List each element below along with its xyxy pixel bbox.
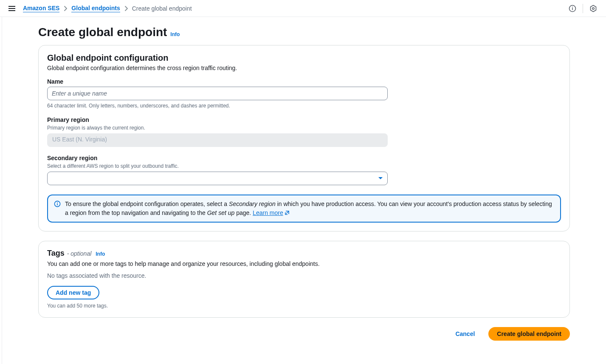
chevron-right-icon: [124, 6, 128, 11]
secondary-region-sub: Select a different AWS region to split y…: [47, 163, 388, 169]
page-title-row: Create global endpoint Info: [38, 25, 570, 39]
tags-title-row: Tags - optional Info: [47, 249, 561, 260]
primary-region-field: Primary region Primary region is always …: [47, 116, 388, 147]
external-link-icon: [284, 210, 290, 216]
cancel-button[interactable]: Cancel: [448, 327, 482, 341]
svg-rect-1: [572, 8, 573, 10]
menu-toggle-icon[interactable]: [7, 4, 17, 13]
breadcrumb-current: Create global endpoint: [132, 5, 192, 12]
page-info-link[interactable]: Info: [170, 31, 180, 37]
config-description: Global endpoint configuration determines…: [47, 65, 561, 71]
tags-description: You can add one or more tags to help man…: [47, 260, 561, 267]
config-heading: Global endpoint configuration: [47, 53, 561, 63]
secondary-region-select[interactable]: [47, 172, 388, 185]
primary-region-label: Primary region: [47, 116, 388, 123]
create-button[interactable]: Create global endpoint: [488, 327, 570, 341]
tags-empty: No tags associated with the resource.: [47, 272, 561, 279]
breadcrumb-root-link[interactable]: Amazon SES: [23, 5, 59, 12]
add-tag-button[interactable]: Add new tag: [47, 286, 99, 299]
topbar-left: Amazon SES Global endpoints Create globa…: [7, 4, 192, 13]
secondary-region-label: Secondary region: [47, 155, 388, 161]
svg-rect-7: [57, 202, 58, 203]
tags-panel: Tags - optional Info You can add one or …: [38, 241, 570, 318]
tags-heading: Tags: [47, 249, 65, 258]
content: Create global endpoint Info Global endpo…: [37, 25, 572, 341]
topbar: Amazon SES Global endpoints Create globa…: [0, 0, 606, 17]
name-help: 64 character limit. Only letters, number…: [47, 103, 388, 109]
page-title: Create global endpoint: [38, 25, 167, 39]
tags-remaining: You can add 50 more tags.: [47, 303, 561, 309]
divider: [583, 4, 583, 13]
info-alert: To ensure the global endpoint configurat…: [47, 195, 561, 223]
svg-rect-2: [572, 6, 573, 7]
main: Create global endpoint Info Global endpo…: [2, 17, 606, 364]
tags-optional: - optional: [67, 250, 92, 257]
svg-marker-3: [591, 5, 596, 11]
primary-region-sub: Primary region is always the current reg…: [47, 125, 388, 131]
svg-point-4: [592, 7, 594, 9]
name-label: Name: [47, 78, 388, 85]
chevron-right-icon: [64, 6, 67, 11]
alert-text: To ensure the global endpoint configurat…: [65, 200, 554, 217]
help-icon[interactable]: [567, 3, 578, 14]
settings-icon[interactable]: [587, 3, 599, 14]
topbar-right: [567, 3, 599, 14]
info-icon: [54, 200, 61, 217]
config-panel: Global endpoint configuration Global end…: [38, 45, 570, 231]
secondary-region-field: Secondary region Select a different AWS …: [47, 155, 388, 185]
breadcrumb: Amazon SES Global endpoints Create globa…: [23, 5, 192, 12]
breadcrumb-parent-link[interactable]: Global endpoints: [71, 5, 120, 12]
caret-down-icon: [378, 177, 383, 180]
footer-actions: Cancel Create global endpoint: [38, 327, 570, 341]
name-field: Name 64 character limit. Only letters, n…: [47, 78, 388, 109]
name-input[interactable]: [47, 87, 388, 100]
primary-region-value: US East (N. Virginia): [47, 133, 388, 147]
tags-info-link[interactable]: Info: [96, 251, 105, 257]
learn-more-link[interactable]: Learn more: [253, 209, 290, 216]
svg-rect-6: [57, 203, 58, 206]
